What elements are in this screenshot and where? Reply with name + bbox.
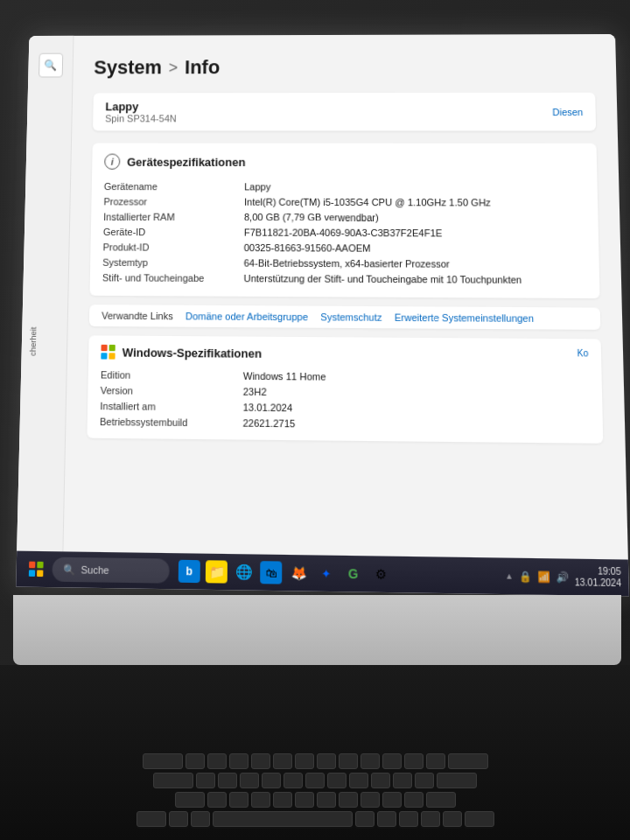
key-enter[interactable] xyxy=(437,773,477,788)
link-systemschutz[interactable]: Systemschutz xyxy=(320,312,382,323)
key-comma[interactable] xyxy=(360,792,380,808)
key-o[interactable] xyxy=(360,753,380,769)
table-row: Gerätename Lappy xyxy=(104,178,585,194)
key-i[interactable] xyxy=(339,753,358,769)
specs-section: i Gerätespezifikationen Gerätename Lappy… xyxy=(90,143,600,298)
key-arrow-l[interactable] xyxy=(377,811,396,827)
taskbar-clock[interactable]: 19:05 13.01.2024 xyxy=(574,565,621,589)
key-row-3 xyxy=(52,792,578,808)
laptop-screen: 🔍 cherheit System > Info Lappy Spin SP31… xyxy=(16,34,629,596)
key-bracket-r[interactable] xyxy=(426,753,445,769)
key-shift-l[interactable] xyxy=(175,792,205,808)
related-links-row: Verwandte Links Domäne oder Arbeitsgrupp… xyxy=(89,304,600,330)
key-semicolon[interactable] xyxy=(393,773,412,788)
key-x[interactable] xyxy=(229,792,248,808)
key-fn[interactable] xyxy=(169,811,188,827)
taskbar-search-text: Suche xyxy=(80,564,108,576)
taskbar-app-settings[interactable]: ⚙ xyxy=(369,563,391,586)
key-shift-r[interactable] xyxy=(426,792,456,808)
taskbar-app-dropbox[interactable]: ✦ xyxy=(315,562,337,584)
search-icon[interactable]: 🔍 xyxy=(38,53,63,78)
device-main-name: Lappy xyxy=(105,100,177,113)
info-icon: i xyxy=(104,154,120,170)
key-arrow-u[interactable] xyxy=(399,811,418,827)
key-b[interactable] xyxy=(295,792,314,808)
key-alt-l[interactable] xyxy=(191,811,210,827)
win-start-sq1 xyxy=(29,562,36,569)
key-z[interactable] xyxy=(207,792,227,808)
key-period[interactable] xyxy=(382,792,402,808)
taskbar-search[interactable]: 🔍 Suche xyxy=(52,557,169,584)
key-q[interactable] xyxy=(186,753,205,769)
key-r[interactable] xyxy=(251,753,270,769)
spec-label: Installiert am xyxy=(100,400,242,412)
key-h[interactable] xyxy=(305,773,325,788)
screen-content: 🔍 cherheit System > Info Lappy Spin SP31… xyxy=(16,34,629,596)
key-s[interactable] xyxy=(218,773,237,788)
taskbar-app-store[interactable]: 🛍 xyxy=(260,561,282,584)
key-a[interactable] xyxy=(196,773,215,788)
key-tab[interactable] xyxy=(143,753,183,769)
key-w[interactable] xyxy=(207,753,227,769)
link-domain[interactable]: Domäne oder Arbeitsgruppe xyxy=(186,311,308,322)
key-f[interactable] xyxy=(262,773,281,788)
key-v[interactable] xyxy=(273,792,292,808)
key-c[interactable] xyxy=(251,792,270,808)
windows-copy-button[interactable]: Ko xyxy=(577,348,588,359)
key-e[interactable] xyxy=(229,753,248,769)
key-bracket-l[interactable] xyxy=(404,753,424,769)
taskbar-tray-arrow[interactable]: ▲ xyxy=(505,571,514,581)
key-row-1 xyxy=(52,753,578,769)
spec-label: Stift- und Toucheingabe xyxy=(102,272,244,284)
spec-label: Edition xyxy=(101,368,243,381)
taskbar-start-button[interactable] xyxy=(24,556,49,583)
table-row: Prozessor Intel(R) Core(TM) i5-1035G4 CP… xyxy=(103,193,584,210)
key-y[interactable] xyxy=(295,753,314,769)
key-u[interactable] xyxy=(317,753,336,769)
taskbar-app-bing[interactable]: b xyxy=(178,560,200,583)
taskbar-search-icon: 🔍 xyxy=(63,564,76,576)
table-row: Installierter RAM 8,00 GB (7,79 GB verwe… xyxy=(103,208,585,225)
win-start-sq2 xyxy=(37,562,44,569)
key-p[interactable] xyxy=(382,753,402,769)
key-arrow-d[interactable] xyxy=(421,811,440,827)
key-j[interactable] xyxy=(327,773,346,788)
key-d[interactable] xyxy=(240,773,259,788)
key-quote[interactable] xyxy=(415,773,434,788)
taskbar-app-edge[interactable]: 🌐 xyxy=(233,561,255,584)
taskbar-tray-wifi[interactable]: 📶 xyxy=(537,570,550,583)
windows-section-title: Windows-Spezifikationen xyxy=(122,346,262,360)
device-names: Lappy Spin SP314-54N xyxy=(105,100,177,123)
key-n[interactable] xyxy=(317,792,336,808)
windows-start-icon xyxy=(29,562,44,577)
main-content: System > Info Lappy Spin SP314-54N Diese… xyxy=(63,34,629,596)
laptop-body xyxy=(13,595,621,665)
device-action-button[interactable]: Diesen xyxy=(552,106,583,116)
key-m[interactable] xyxy=(339,792,358,808)
win-sq-green xyxy=(109,345,116,351)
taskbar-app-firefox[interactable]: 🦊 xyxy=(287,562,309,584)
key-space[interactable] xyxy=(213,811,353,827)
spec-value: 00325-81663-91560-AAOEM xyxy=(244,242,586,254)
win-start-sq4 xyxy=(37,570,44,577)
key-alt-r[interactable] xyxy=(355,811,374,827)
key-caps[interactable] xyxy=(153,773,193,788)
taskbar-app-files[interactable]: 📁 xyxy=(206,560,228,583)
key-ctrl-r[interactable] xyxy=(465,811,494,827)
key-l[interactable] xyxy=(371,773,390,788)
table-row: Stift- und Toucheingabe Unterstützung de… xyxy=(102,270,587,287)
key-g[interactable] xyxy=(284,773,303,788)
key-backspace[interactable] xyxy=(448,753,488,769)
key-k[interactable] xyxy=(349,773,368,788)
key-slash[interactable] xyxy=(404,792,424,808)
device-name-bar: Lappy Spin SP314-54N Diesen xyxy=(93,93,596,131)
taskbar-app-g[interactable]: G xyxy=(342,562,364,585)
spec-label: Gerätename xyxy=(104,180,245,192)
key-t[interactable] xyxy=(273,753,292,769)
key-arrow-r[interactable] xyxy=(443,811,462,827)
taskbar-tray-volume[interactable]: 🔊 xyxy=(556,570,569,583)
link-erweitert[interactable]: Erweiterte Systemeinstellungen xyxy=(395,312,534,324)
key-ctrl-l[interactable] xyxy=(136,811,166,827)
windows-specs-section: Windows-Spezifikationen Ko Edition Windo… xyxy=(87,335,603,443)
spec-value: F7B11821-20BA-4069-90A3-C3B37F2E4F1E xyxy=(244,227,586,239)
